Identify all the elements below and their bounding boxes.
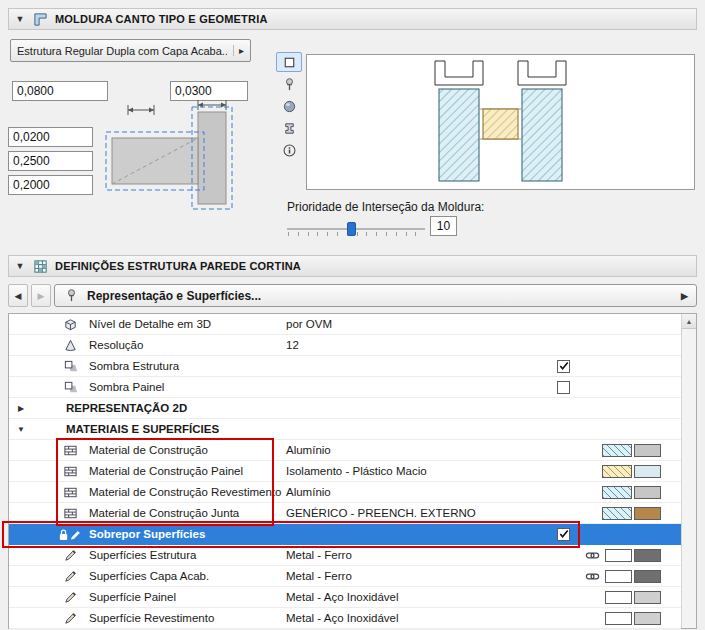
row-value[interactable]: por OVM bbox=[286, 318, 547, 330]
table-row[interactable]: Sombra Estrutura bbox=[9, 356, 681, 377]
row-value[interactable]: Alumínio bbox=[286, 444, 547, 456]
color-swatch[interactable] bbox=[602, 486, 632, 499]
settings-nav-bar: ◀ ▶ Representação e Superfícies... ▶ bbox=[8, 283, 697, 308]
resolution-icon bbox=[61, 338, 79, 353]
table-row-selected[interactable]: Sobrepor Superfícies bbox=[9, 524, 681, 545]
breadcrumb[interactable]: Representação e Superfícies... ▶ bbox=[54, 284, 697, 307]
table-row[interactable]: Nível de Detalhe em 3Dpor OVM bbox=[9, 314, 681, 335]
settings-panel-header[interactable]: ▼ DEFINIÇÕES ESTRUTURA PAREDE CORTINA bbox=[8, 255, 697, 277]
vertical-scrollbar[interactable]: ▲ bbox=[681, 314, 696, 628]
row-controls bbox=[547, 440, 681, 460]
collapse-triangle-icon[interactable]: ▼ bbox=[15, 14, 25, 24]
shadow-icon bbox=[61, 359, 79, 374]
row-value[interactable]: Metal - Aço Inoxidável bbox=[286, 612, 547, 624]
nav-forward-button[interactable]: ▶ bbox=[31, 284, 51, 307]
corner-frame-icon bbox=[32, 11, 48, 27]
table-row[interactable]: Material de Construção RevestimentoAlumí… bbox=[9, 482, 681, 503]
color-swatch[interactable] bbox=[634, 507, 661, 520]
group-label: MATERIAIS E SUPERFÍCIES bbox=[66, 423, 219, 435]
chain-link-icon bbox=[585, 569, 600, 584]
table-row[interactable]: Superfície PainelMetal - Aço Inoxidável bbox=[9, 587, 681, 608]
row-label: Superfície Painel bbox=[89, 591, 286, 603]
checkbox[interactable] bbox=[557, 528, 570, 541]
color-swatch[interactable] bbox=[602, 444, 632, 457]
frame-type-popup[interactable]: Estrutura Regular Dupla com Capa Acaba..… bbox=[10, 39, 251, 62]
row-label: Nível de Detalhe em 3D bbox=[89, 318, 286, 330]
row-label: Superfície Revestimento bbox=[89, 612, 286, 624]
frame-type-label: Estrutura Regular Dupla com Capa Acaba..… bbox=[17, 45, 227, 57]
slider-ticks bbox=[288, 232, 425, 236]
curtain-wall-settings-dialog: ▼ MOLDURA CANTO TIPO E GEOMETRIA Estrutu… bbox=[0, 0, 705, 630]
breadcrumb-next-icon[interactable]: ▶ bbox=[681, 291, 688, 301]
table-row[interactable]: Material de ConstruçãoAlumínio bbox=[9, 440, 681, 461]
color-swatch[interactable] bbox=[634, 591, 661, 604]
color-swatch[interactable] bbox=[605, 549, 632, 562]
checkbox[interactable] bbox=[557, 381, 570, 394]
frame-offset-field-3[interactable] bbox=[8, 175, 93, 195]
chain-link-icon bbox=[585, 548, 600, 563]
checkbox[interactable] bbox=[557, 360, 570, 373]
frame-offset-field-2[interactable] bbox=[8, 151, 93, 171]
table-row[interactable]: Resolução12 bbox=[9, 335, 681, 356]
row-controls bbox=[547, 545, 681, 565]
settings-panel-title: DEFINIÇÕES ESTRUTURA PAREDE CORTINA bbox=[55, 260, 301, 272]
3d-view-view-button[interactable] bbox=[276, 96, 302, 116]
popup-arrow-icon: ▸ bbox=[233, 45, 244, 56]
color-swatch[interactable] bbox=[634, 570, 661, 583]
info-view-button[interactable] bbox=[276, 140, 302, 160]
scroll-up-button[interactable]: ▲ bbox=[682, 314, 696, 329]
slider-thumb[interactable] bbox=[347, 222, 356, 236]
table-row[interactable]: Material de Construção JuntaGENÉRICO - P… bbox=[9, 503, 681, 524]
row-value[interactable]: Isolamento - Plástico Macio bbox=[286, 465, 547, 477]
color-swatch[interactable] bbox=[634, 612, 661, 625]
row-controls bbox=[547, 566, 681, 586]
color-swatch[interactable] bbox=[634, 444, 661, 457]
settings-table-rows: Nível de Detalhe em 3Dpor OVMResolução12… bbox=[9, 314, 681, 629]
breadcrumb-pin-icon bbox=[63, 288, 79, 304]
swatch-group bbox=[585, 548, 661, 563]
row-value[interactable]: Metal - Ferro bbox=[286, 549, 547, 561]
table-row[interactable]: Material de Construção PainelIsolamento … bbox=[9, 461, 681, 482]
color-swatch[interactable] bbox=[605, 612, 632, 625]
row-value[interactable]: 12 bbox=[286, 339, 547, 351]
group-toggle-icon[interactable]: ▼ bbox=[9, 425, 33, 434]
priority-slider[interactable] bbox=[287, 221, 425, 239]
frame-panel-title: MOLDURA CANTO TIPO E GEOMETRIA bbox=[55, 13, 268, 25]
nav-back-button[interactable]: ◀ bbox=[8, 284, 28, 307]
color-swatch[interactable] bbox=[634, 465, 661, 478]
row-value[interactable]: Alumínio bbox=[286, 486, 547, 498]
frame-panel-header[interactable]: ▼ MOLDURA CANTO TIPO E GEOMETRIA bbox=[8, 8, 697, 30]
frame-offset-field-1[interactable] bbox=[8, 127, 93, 147]
row-value[interactable]: Metal - Aço Inoxidável bbox=[286, 591, 547, 603]
row-value[interactable]: GENÉRICO - PREENCH. EXTERNO bbox=[286, 507, 547, 519]
color-swatch[interactable] bbox=[602, 465, 632, 478]
table-row[interactable]: Superfície RevestimentoMetal - Aço Inoxi… bbox=[9, 608, 681, 629]
color-swatch[interactable] bbox=[634, 549, 661, 562]
material-icon bbox=[61, 506, 79, 521]
detail3d-icon bbox=[61, 317, 79, 332]
row-label: Material de Construção Revestimento bbox=[89, 486, 286, 498]
row-label: Material de Construção bbox=[89, 444, 286, 456]
table-row[interactable]: Superfícies EstruturaMetal - Ferro bbox=[9, 545, 681, 566]
profile-view-button[interactable] bbox=[276, 118, 302, 138]
row-value[interactable]: Metal - Ferro bbox=[286, 570, 547, 582]
group-row[interactable]: ▶REPRESENTAÇÃO 2D bbox=[9, 398, 681, 419]
swatch-group bbox=[602, 465, 661, 478]
table-row[interactable]: Sombra Painel bbox=[9, 377, 681, 398]
table-row[interactable]: Superfícies Capa Acab.Metal - Ferro bbox=[9, 566, 681, 587]
group-toggle-icon[interactable]: ▶ bbox=[9, 404, 33, 413]
surface-icon bbox=[61, 611, 79, 626]
swatch-group bbox=[602, 507, 661, 520]
color-swatch[interactable] bbox=[605, 570, 632, 583]
priority-value-field[interactable] bbox=[430, 216, 457, 236]
group-row[interactable]: ▼MATERIAIS E SUPERFÍCIES bbox=[9, 419, 681, 440]
color-swatch[interactable] bbox=[605, 591, 632, 604]
pin-view-button[interactable] bbox=[276, 74, 302, 94]
material-icon bbox=[61, 485, 79, 500]
frame-preview bbox=[306, 54, 695, 190]
row-controls bbox=[547, 314, 681, 334]
color-swatch[interactable] bbox=[634, 486, 661, 499]
color-swatch[interactable] bbox=[602, 507, 632, 520]
plan-view-view-button[interactable] bbox=[276, 52, 302, 72]
collapse-triangle-icon[interactable]: ▼ bbox=[15, 261, 25, 271]
